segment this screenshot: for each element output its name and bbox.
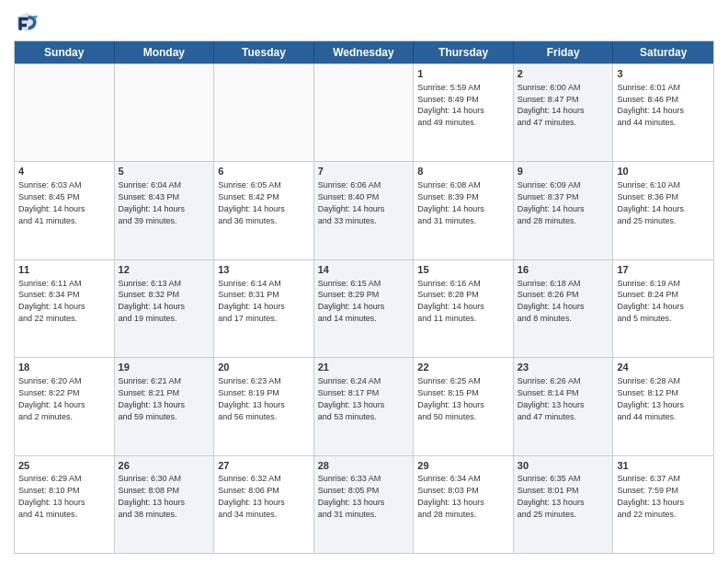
day-number: 16 <box>518 263 609 277</box>
day-number: 4 <box>18 165 110 178</box>
cal-cell-8: 8Sunrise: 6:08 AM Sunset: 8:39 PM Daylig… <box>414 162 514 259</box>
cell-text: Sunrise: 6:18 AM Sunset: 8:26 PM Dayligh… <box>518 279 585 323</box>
cal-cell-5: 5Sunrise: 6:04 AM Sunset: 8:43 PM Daylig… <box>115 162 215 259</box>
cell-text: Sunrise: 6:01 AM Sunset: 8:46 PM Dayligh… <box>617 83 684 127</box>
cell-text: Sunrise: 6:34 AM Sunset: 8:03 PM Dayligh… <box>417 474 484 518</box>
header-day-saturday: Saturday <box>613 41 713 63</box>
cell-text: Sunrise: 6:13 AM Sunset: 8:32 PM Dayligh… <box>119 279 186 323</box>
cell-text: Sunrise: 6:08 AM Sunset: 8:39 PM Dayligh… <box>417 180 484 224</box>
cal-cell-12: 12Sunrise: 6:13 AM Sunset: 8:32 PM Dayli… <box>115 260 215 357</box>
cal-cell-6: 6Sunrise: 6:05 AM Sunset: 8:42 PM Daylig… <box>214 162 314 259</box>
day-number: 28 <box>318 459 410 473</box>
day-number: 23 <box>518 361 609 374</box>
cell-text: Sunrise: 6:35 AM Sunset: 8:01 PM Dayligh… <box>518 474 585 518</box>
cell-text: Sunrise: 6:32 AM Sunset: 8:06 PM Dayligh… <box>218 474 285 518</box>
calendar-body: 1Sunrise: 5:59 AM Sunset: 8:49 PM Daylig… <box>15 63 713 553</box>
day-number: 30 <box>518 459 609 473</box>
day-number: 9 <box>518 165 609 178</box>
cell-text: Sunrise: 6:24 AM Sunset: 8:17 PM Dayligh… <box>318 376 385 420</box>
cell-text: Sunrise: 6:14 AM Sunset: 8:31 PM Dayligh… <box>218 279 285 323</box>
day-number: 3 <box>617 67 710 81</box>
cell-text: Sunrise: 6:33 AM Sunset: 8:05 PM Dayligh… <box>318 474 385 518</box>
cal-cell-14: 14Sunrise: 6:15 AM Sunset: 8:29 PM Dayli… <box>314 260 415 357</box>
day-number: 25 <box>18 459 110 473</box>
cal-cell-21: 21Sunrise: 6:24 AM Sunset: 8:17 PM Dayli… <box>314 358 415 454</box>
cal-cell-23: 23Sunrise: 6:26 AM Sunset: 8:14 PM Dayli… <box>514 358 614 454</box>
header-day-wednesday: Wednesday <box>314 41 415 63</box>
day-number: 29 <box>417 459 509 473</box>
day-number: 13 <box>218 263 310 277</box>
cal-row-4: 25Sunrise: 6:29 AM Sunset: 8:10 PM Dayli… <box>15 455 713 553</box>
cal-cell-28: 28Sunrise: 6:33 AM Sunset: 8:05 PM Dayli… <box>314 456 415 553</box>
day-number: 22 <box>417 361 509 374</box>
header-day-sunday: Sunday <box>15 41 115 63</box>
calendar-header: SundayMondayTuesdayWednesdayThursdayFrid… <box>15 41 713 63</box>
cal-row-1: 4Sunrise: 6:03 AM Sunset: 8:45 PM Daylig… <box>15 161 713 259</box>
cell-text: Sunrise: 6:10 AM Sunset: 8:36 PM Dayligh… <box>617 180 684 224</box>
cell-text: Sunrise: 6:20 AM Sunset: 8:22 PM Dayligh… <box>18 376 85 420</box>
cal-row-2: 11Sunrise: 6:11 AM Sunset: 8:34 PM Dayli… <box>15 259 713 357</box>
cal-cell-9: 9Sunrise: 6:09 AM Sunset: 8:37 PM Daylig… <box>514 162 614 259</box>
cell-text: Sunrise: 6:03 AM Sunset: 8:45 PM Dayligh… <box>18 180 85 224</box>
cell-text: Sunrise: 6:06 AM Sunset: 8:40 PM Dayligh… <box>318 180 385 224</box>
day-number: 5 <box>119 165 210 178</box>
header-day-monday: Monday <box>115 41 215 63</box>
cal-cell-27: 27Sunrise: 6:32 AM Sunset: 8:06 PM Dayli… <box>214 456 314 553</box>
day-number: 27 <box>218 459 310 473</box>
header-day-thursday: Thursday <box>414 41 514 63</box>
cell-text: Sunrise: 6:05 AM Sunset: 8:42 PM Dayligh… <box>218 180 285 224</box>
cal-cell-19: 19Sunrise: 6:21 AM Sunset: 8:21 PM Dayli… <box>115 358 215 454</box>
cal-cell-22: 22Sunrise: 6:25 AM Sunset: 8:15 PM Dayli… <box>414 358 514 454</box>
cell-text: Sunrise: 6:30 AM Sunset: 8:08 PM Dayligh… <box>119 474 186 518</box>
day-number: 21 <box>318 361 410 374</box>
day-number: 15 <box>417 263 509 277</box>
logo-icon <box>14 9 40 35</box>
cal-cell-empty-0-2 <box>214 64 314 161</box>
cal-cell-empty-0-1 <box>115 64 215 161</box>
day-number: 11 <box>18 263 110 277</box>
day-number: 18 <box>18 361 110 374</box>
cal-cell-25: 25Sunrise: 6:29 AM Sunset: 8:10 PM Dayli… <box>15 456 115 553</box>
cell-text: Sunrise: 6:00 AM Sunset: 8:47 PM Dayligh… <box>518 83 585 127</box>
cal-cell-10: 10Sunrise: 6:10 AM Sunset: 8:36 PM Dayli… <box>613 162 713 259</box>
day-number: 12 <box>119 263 210 277</box>
cell-text: Sunrise: 6:25 AM Sunset: 8:15 PM Dayligh… <box>417 376 484 420</box>
cal-cell-17: 17Sunrise: 6:19 AM Sunset: 8:24 PM Dayli… <box>613 260 713 357</box>
cal-cell-13: 13Sunrise: 6:14 AM Sunset: 8:31 PM Dayli… <box>214 260 314 357</box>
cal-cell-29: 29Sunrise: 6:34 AM Sunset: 8:03 PM Dayli… <box>414 456 514 553</box>
cal-cell-empty-0-3 <box>314 64 415 161</box>
cal-cell-empty-0-0 <box>15 64 115 161</box>
cell-text: Sunrise: 6:21 AM Sunset: 8:21 PM Dayligh… <box>119 376 186 420</box>
day-number: 6 <box>218 165 310 178</box>
cal-cell-31: 31Sunrise: 6:37 AM Sunset: 7:59 PM Dayli… <box>613 456 713 553</box>
day-number: 26 <box>119 459 210 473</box>
cal-row-0: 1Sunrise: 5:59 AM Sunset: 8:49 PM Daylig… <box>15 63 713 161</box>
day-number: 8 <box>417 165 509 178</box>
cal-row-3: 18Sunrise: 6:20 AM Sunset: 8:22 PM Dayli… <box>15 357 713 454</box>
cal-cell-18: 18Sunrise: 6:20 AM Sunset: 8:22 PM Dayli… <box>15 358 115 454</box>
cell-text: Sunrise: 6:19 AM Sunset: 8:24 PM Dayligh… <box>617 279 684 323</box>
cell-text: Sunrise: 6:09 AM Sunset: 8:37 PM Dayligh… <box>518 180 585 224</box>
day-number: 19 <box>119 361 210 374</box>
day-number: 1 <box>417 67 509 81</box>
header-day-friday: Friday <box>514 41 614 63</box>
day-number: 10 <box>617 165 710 178</box>
cell-text: Sunrise: 5:59 AM Sunset: 8:49 PM Dayligh… <box>417 83 484 127</box>
cal-cell-1: 1Sunrise: 5:59 AM Sunset: 8:49 PM Daylig… <box>414 64 514 161</box>
cal-cell-15: 15Sunrise: 6:16 AM Sunset: 8:28 PM Dayli… <box>414 260 514 357</box>
cell-text: Sunrise: 6:37 AM Sunset: 7:59 PM Dayligh… <box>617 474 684 518</box>
logo <box>14 9 43 35</box>
cell-text: Sunrise: 6:23 AM Sunset: 8:19 PM Dayligh… <box>218 376 285 420</box>
cal-cell-2: 2Sunrise: 6:00 AM Sunset: 8:47 PM Daylig… <box>514 64 614 161</box>
page: SundayMondayTuesdayWednesdayThursdayFrid… <box>0 0 728 563</box>
day-number: 7 <box>318 165 410 178</box>
header-day-tuesday: Tuesday <box>214 41 314 63</box>
cal-cell-26: 26Sunrise: 6:30 AM Sunset: 8:08 PM Dayli… <box>115 456 215 553</box>
cell-text: Sunrise: 6:15 AM Sunset: 8:29 PM Dayligh… <box>318 279 385 323</box>
day-number: 2 <box>518 67 609 81</box>
cell-text: Sunrise: 6:04 AM Sunset: 8:43 PM Dayligh… <box>119 180 186 224</box>
day-number: 31 <box>617 459 710 473</box>
cell-text: Sunrise: 6:26 AM Sunset: 8:14 PM Dayligh… <box>518 376 585 420</box>
cal-cell-4: 4Sunrise: 6:03 AM Sunset: 8:45 PM Daylig… <box>15 162 115 259</box>
cal-cell-7: 7Sunrise: 6:06 AM Sunset: 8:40 PM Daylig… <box>314 162 415 259</box>
